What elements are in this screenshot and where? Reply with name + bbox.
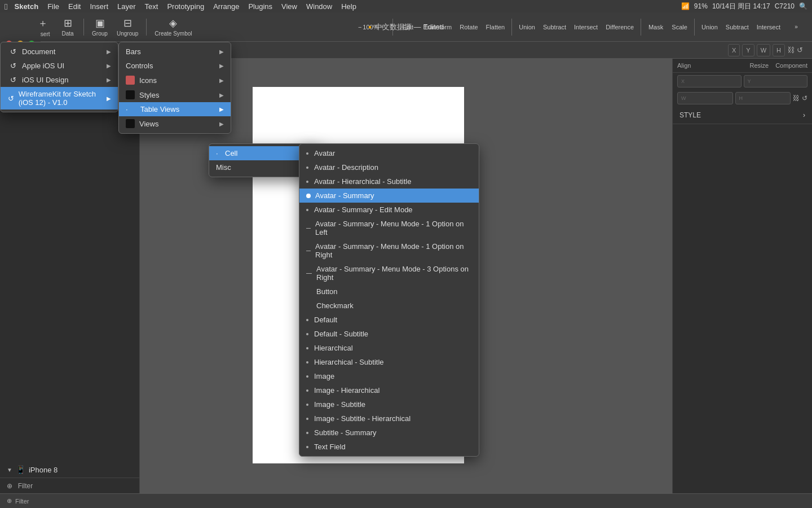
- controls-label: Controls: [126, 62, 153, 70]
- menu-controls[interactable]: Controls ▶: [119, 59, 231, 73]
- avatar-menu-left-dash: [306, 228, 311, 229]
- device-item[interactable]: ▼ 📱 iPhone 8: [0, 462, 139, 478]
- bottombar: ⊕ Filter: [0, 493, 812, 508]
- w-input[interactable]: W: [757, 44, 770, 56]
- rp-chain-icon[interactable]: ⛓: [793, 94, 800, 102]
- group-icon: ▣: [95, 17, 105, 29]
- apple-icon[interactable]: : [5, 2, 7, 11]
- difference-button[interactable]: Difference: [602, 15, 637, 40]
- x-label: X: [732, 47, 736, 54]
- menu-view[interactable]: View: [281, 2, 297, 11]
- cell-hierarchical-subtitle[interactable]: Hierarchical - Subtitle: [299, 355, 479, 369]
- apple-ios-icon: ↺: [7, 62, 19, 70]
- union-button[interactable]: Union: [515, 15, 539, 40]
- menu-table-views[interactable]: · Table Views ▶: [119, 102, 231, 116]
- overflow-button[interactable]: »: [785, 15, 807, 40]
- menu-window[interactable]: Window: [306, 2, 332, 11]
- cell-avatar-hierarchical-subtitle[interactable]: Avatar - Hierarchical - Subtitle: [299, 174, 479, 189]
- menu-document[interactable]: ↺ Document ▶: [1, 45, 118, 59]
- menu-icons[interactable]: Icons ▶: [119, 73, 231, 87]
- wireframekit-label: WireframeKit for Sketch (iOS 12) - V1.0: [19, 90, 107, 107]
- rp-w-input[interactable]: W: [677, 92, 733, 104]
- cell-avatar-summary-menu-3right[interactable]: Avatar - Summary - Menu Mode - 3 Options…: [299, 262, 479, 284]
- search-icon[interactable]: 🔍: [799, 2, 807, 10]
- intersect2-button[interactable]: Intersect: [753, 15, 784, 40]
- rp-rotate-icon[interactable]: ↺: [802, 94, 807, 102]
- group-label: Group: [92, 30, 108, 37]
- cell-avatar-description[interactable]: Avatar - Description: [299, 160, 479, 174]
- subtract2-button[interactable]: Subtract: [722, 15, 752, 40]
- data-button[interactable]: ⊞ Data: [56, 15, 79, 40]
- wh-row: W H ⛓ ↺: [673, 90, 812, 107]
- mask-button[interactable]: Mask: [645, 15, 667, 40]
- subtract-button[interactable]: Subtract: [540, 15, 570, 40]
- menu-ios-ui-design[interactable]: ↺ iOS UI Design ▶: [1, 73, 118, 87]
- sep5: [641, 19, 641, 36]
- x-input[interactable]: X: [728, 44, 740, 56]
- ungroup-button[interactable]: ⊟ Ungroup: [113, 15, 142, 40]
- cell-default-subtitle[interactable]: Default - Subtitle: [299, 327, 479, 341]
- cell-image[interactable]: Image: [299, 369, 479, 383]
- menu-insert[interactable]: Insert: [90, 2, 108, 11]
- rp-y-input[interactable]: Y: [744, 75, 808, 87]
- cell-subtitle-summary[interactable]: Subtitle - Summary: [299, 426, 479, 440]
- chain-icon[interactable]: ⛓: [787, 46, 795, 54]
- cell-image-subtitle[interactable]: Image - Subtitle: [299, 397, 479, 411]
- y-input[interactable]: Y: [742, 44, 754, 56]
- avatar-hier-sub-bullet: [306, 181, 308, 183]
- cell-hierarchical[interactable]: Hierarchical: [299, 341, 479, 355]
- views-swatch: [126, 119, 135, 128]
- group-button[interactable]: ▣ Group: [89, 15, 111, 40]
- image-hierarchical-label: Image - Hierarchical: [314, 386, 379, 395]
- cell-image-subtitle-hierarchical[interactable]: Image - Subtitle - Hierarchical: [299, 411, 479, 426]
- flatten-button[interactable]: Flatten: [483, 15, 509, 40]
- insert-dropdown[interactable]: ↺ Document ▶ ↺ Apple iOS UI ▶ ↺ iOS UI D…: [0, 42, 118, 112]
- menu-arrange[interactable]: Arrange: [213, 2, 239, 11]
- create-symbol-button[interactable]: ◈ Create Symbol: [151, 15, 195, 40]
- cell-submenu[interactable]: Avatar Avatar - Description Avatar - Hie…: [299, 143, 479, 457]
- menu-text[interactable]: Text: [145, 2, 158, 11]
- menu-edit[interactable]: Edit: [68, 2, 81, 11]
- angle-icon[interactable]: ↺: [797, 46, 803, 54]
- rp-h-input[interactable]: H: [735, 92, 791, 104]
- h-input[interactable]: H: [773, 44, 785, 56]
- cell-image-hierarchical[interactable]: Image - Hierarchical: [299, 383, 479, 397]
- sep4: [511, 19, 512, 36]
- menu-prototyping[interactable]: Prototyping: [167, 2, 204, 11]
- menu-wireframekit[interactable]: ↺ WireframeKit for Sketch (iOS 12) - V1.…: [1, 87, 118, 110]
- avatar-summary-edit-bullet: [306, 209, 308, 211]
- data-label: Data: [61, 30, 73, 37]
- cell-default[interactable]: Default: [299, 313, 479, 327]
- rp-x-input[interactable]: X: [677, 75, 742, 87]
- default-label: Default: [314, 316, 337, 324]
- menu-plugins[interactable]: Plugins: [248, 2, 272, 11]
- union2-button[interactable]: Union: [698, 15, 721, 40]
- scale-button[interactable]: Scale: [668, 15, 691, 40]
- menu-views[interactable]: Views ▶: [119, 116, 231, 131]
- cell-avatar-summary-menu-right[interactable]: Avatar - Summary - Menu Mode - 1 Option …: [299, 239, 479, 262]
- menu-sketch[interactable]: Sketch: [14, 2, 38, 11]
- menu-layer[interactable]: Layer: [117, 2, 136, 11]
- intersect-button[interactable]: Intersect: [571, 15, 601, 40]
- menu-styles[interactable]: Styles ▶: [119, 87, 231, 102]
- filter-label-bottom[interactable]: Filter: [15, 498, 29, 505]
- style-arrow[interactable]: ›: [803, 111, 805, 119]
- menu-file[interactable]: File: [47, 2, 59, 11]
- component-label: Component: [775, 62, 807, 69]
- avatar-description-label: Avatar - Description: [314, 163, 378, 172]
- wfk-submenu[interactable]: Bars ▶ Controls ▶ Icons ▶ Styles ▶ · Tab…: [118, 42, 231, 134]
- default-subtitle-bullet: [306, 333, 308, 335]
- apple-arrow: ▶: [107, 63, 111, 69]
- cell-button[interactable]: Button: [299, 284, 479, 299]
- default-subtitle-label: Default - Subtitle: [314, 330, 368, 338]
- menu-help[interactable]: Help: [341, 2, 356, 11]
- cell-text-field[interactable]: Text Field: [299, 440, 479, 454]
- cell-checkmark[interactable]: Checkmark: [299, 299, 479, 313]
- menu-bars[interactable]: Bars ▶: [119, 45, 231, 59]
- rotate-button[interactable]: Rotate: [456, 15, 481, 40]
- cell-avatar[interactable]: Avatar: [299, 146, 479, 160]
- menu-apple-ios-ui[interactable]: ↺ Apple iOS UI ▶: [1, 59, 118, 73]
- cell-avatar-summary[interactable]: Avatar - Summary: [299, 189, 479, 203]
- cell-avatar-summary-edit[interactable]: Avatar - Summary - Edit Mode: [299, 203, 479, 217]
- cell-avatar-summary-menu-left[interactable]: Avatar - Summary - Menu Mode - 1 Option …: [299, 217, 479, 239]
